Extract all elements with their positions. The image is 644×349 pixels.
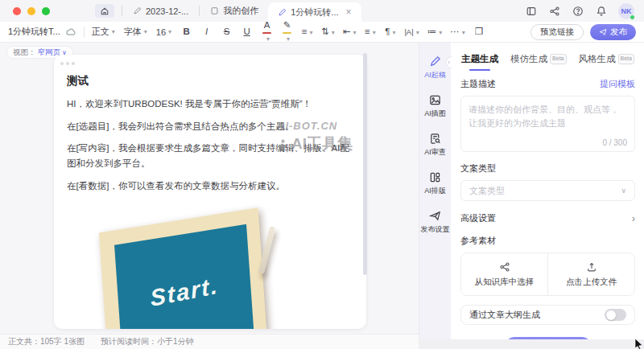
font-size-select[interactable]: 16 — [156, 27, 171, 37]
line-height-icon[interactable]: ⇅ — [321, 27, 335, 37]
tab-my-creations[interactable]: 我的创作 — [207, 5, 262, 17]
upload-file-button[interactable]: 点击上传文件 — [547, 253, 634, 295]
doc-paragraph[interactable]: 在[选题目]，我会列出符合需求且结合热点的多个主题。 — [67, 119, 355, 134]
letter-case-icon[interactable]: |A| — [404, 28, 419, 36]
chevron-down-icon: ∨ — [621, 187, 626, 195]
publish-button[interactable]: 发布 — [590, 24, 636, 40]
tab-imitate-generate[interactable]: 模仿生成 Beta — [510, 53, 566, 71]
panel-tabs: 主题生成 模仿生成 Beta 风格生成 Beta — [452, 43, 644, 71]
rail-item-ai-review[interactable]: AI审查 — [419, 133, 451, 158]
toolbar-separator — [84, 27, 85, 38]
tab-label: 1分钟玩转... — [291, 6, 338, 18]
sidebar-layout-icon[interactable] — [525, 5, 538, 18]
share-nodes-icon — [499, 261, 510, 273]
highlight-icon[interactable]: ✎ — [281, 21, 293, 43]
font-family-select[interactable]: 字体 — [124, 26, 147, 38]
start-card: Start. — [99, 207, 268, 329]
pencil-icon — [133, 6, 142, 15]
font-color-swatch — [262, 32, 271, 34]
underline-icon[interactable]: U — [241, 27, 253, 37]
copy-type-label: 文案类型 — [460, 162, 635, 174]
document-page[interactable]: 测试 HI，欢迎来到TURBODESK! 我是专属于你的运营“贾维斯”！ 在[选… — [54, 55, 366, 329]
topic-desc-label: 主题描述 — [460, 78, 496, 90]
traffic-lights — [0, 7, 50, 15]
prompt-template-link[interactable]: 提问模板 — [600, 78, 635, 90]
tab-current-doc[interactable]: 1分钟玩转... × — [268, 2, 361, 22]
advanced-settings-row[interactable]: 高级设置 › — [460, 212, 635, 224]
document-title: 1分钟玩转T... — [8, 26, 60, 38]
italic-icon[interactable]: I — [200, 27, 213, 37]
rail-item-publish-settings[interactable]: 发布设置 — [419, 210, 451, 235]
tab-label: 模仿生成 — [510, 53, 547, 65]
rail-label: AI插图 — [424, 109, 446, 119]
editor-scrollbar[interactable] — [363, 53, 367, 275]
zoom-window-button[interactable] — [42, 7, 50, 15]
paper-plane-icon — [599, 28, 607, 36]
avatar[interactable]: NK — [618, 3, 634, 19]
tab-label: 2023-12-... — [146, 6, 188, 16]
paragraph-mark-icon[interactable]: ¶ — [384, 27, 396, 37]
titlebar-separator — [122, 6, 122, 16]
pencil-icon — [429, 55, 441, 68]
editor-area: 视图： 窄网页 ∨ 测试 HI，欢迎来到TURBODESK! 我是专属于你的运营… — [0, 43, 419, 334]
font-color-icon[interactable]: A — [261, 21, 273, 43]
strikethrough-icon[interactable]: S — [221, 27, 233, 37]
word-count: 正文共：105字 1张图 — [8, 336, 85, 347]
paragraph-style-select[interactable]: 正文 — [92, 26, 115, 38]
align-icon[interactable]: ≡ — [301, 27, 313, 37]
cloud-sync-icon — [65, 27, 76, 38]
outline-toggle-switch[interactable] — [605, 309, 626, 321]
tab-topic-generate[interactable]: 主题生成 — [461, 53, 498, 71]
tab-recent-doc[interactable]: 2023-12-... — [130, 6, 192, 16]
topic-desc-textarea[interactable]: 请描述你的创作背景、目的、观点等，让我更好的为你生成主题 0 / 300 — [460, 96, 635, 152]
rail-label: AI起稿 — [424, 70, 446, 80]
align-distribute-icon[interactable]: ≡ — [364, 27, 376, 37]
close-tab-icon[interactable]: × — [346, 7, 352, 17]
reference-label: 参考素材 — [460, 235, 635, 247]
share-icon[interactable] — [548, 5, 561, 18]
doc-search-icon — [429, 133, 441, 145]
toolbar: 1分钟玩转T... 正文 字体 16 B I S U A ✎ ≡ ⇅ ⇤ ≡ ¶… — [0, 22, 644, 43]
avatar-initials: NK — [621, 7, 632, 15]
mouse-cursor — [634, 339, 643, 349]
titlebar-actions: NK — [525, 3, 644, 19]
statusbar: 正文共：105字 1张图 预计阅读时间：小于1分钟 — [0, 334, 419, 349]
titlebar: 2023-12-... 我的创作 1分钟玩转... × NK — [0, 0, 644, 22]
help-icon[interactable] — [572, 5, 584, 18]
online-status-badge — [630, 14, 635, 20]
select-from-kb-button[interactable]: 从知识库中选择 — [461, 253, 547, 295]
more-icon[interactable]: ⋯ — [450, 27, 465, 37]
preview-link-button[interactable]: 预览链接 — [530, 24, 584, 40]
rail-item-ai-illustration[interactable]: AI插图 — [419, 94, 451, 119]
font-color-glyph: A — [264, 20, 270, 30]
tab-style-generate[interactable]: 风格生成 Beta — [579, 53, 634, 71]
bell-icon[interactable] — [595, 5, 608, 18]
rail-label: AI审查 — [424, 147, 446, 158]
tab-label: 我的创作 — [223, 5, 258, 17]
upload-icon — [586, 261, 597, 273]
start-text: Start. — [149, 273, 220, 312]
char-counter: 0 / 300 — [602, 138, 627, 147]
close-window-button[interactable] — [13, 7, 21, 15]
indent-icon[interactable]: ⇤ — [343, 27, 357, 37]
doc-body[interactable]: HI，欢迎来到TURBODESK! 我是专属于你的运营“贾维斯”！ 在[选题目]… — [67, 96, 355, 200]
doc-paragraph[interactable]: 在[写内容]，我会根据要求生成多篇文章，同时支持编辑、排版、AI配图和分发到多平… — [67, 141, 355, 170]
doc-image-start[interactable]: Start. — [83, 186, 334, 329]
copy-type-select[interactable]: 文案类型 ∨ — [460, 180, 635, 201]
panel-collapse-handle[interactable]: ‹ — [446, 56, 452, 68]
ai-tools-rail: AI起稿 AI插图 AI审查 AI排版 发布设置 — [419, 43, 451, 339]
doc-paragraph[interactable]: HI，欢迎来到TURBODESK! 我是专属于你的运营“贾维斯”！ — [67, 96, 355, 112]
advanced-label: 高级设置 — [460, 212, 496, 224]
tab-label: 风格生成 — [579, 53, 616, 65]
textarea-placeholder: 请描述你的创作背景、目的、观点等，让我更好的为你生成主题 — [469, 103, 627, 130]
rail-item-ai-layout[interactable]: AI排版 — [419, 171, 451, 196]
minimize-window-button[interactable] — [27, 7, 35, 15]
doc-heading[interactable]: 测试 — [67, 74, 89, 88]
file-icon — [210, 6, 219, 15]
format-painter-icon[interactable]: ❐ — [473, 27, 485, 37]
rail-label: AI排版 — [424, 186, 446, 196]
bullet-list-icon[interactable]: ≔ — [427, 27, 443, 37]
beta-badge: Beta — [618, 54, 634, 64]
home-button[interactable] — [95, 4, 114, 18]
bold-icon[interactable]: B — [180, 27, 192, 37]
